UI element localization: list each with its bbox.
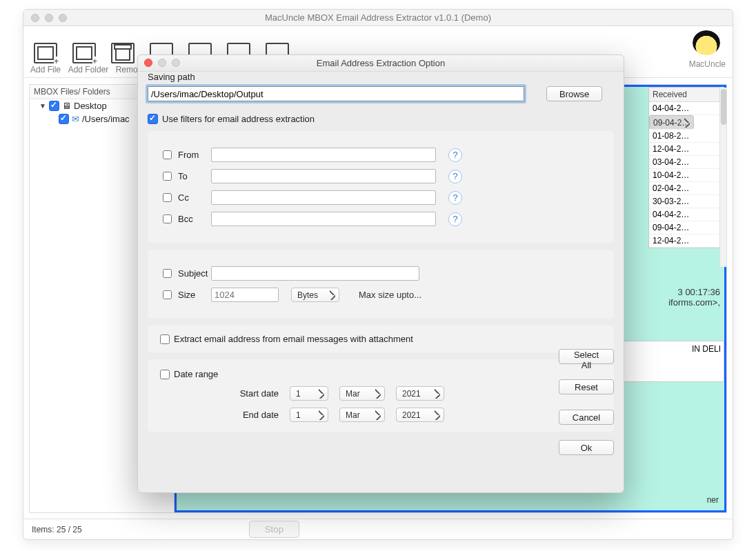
date-range-checkbox[interactable]	[160, 370, 170, 379]
size-input[interactable]	[211, 288, 279, 302]
date-cell[interactable]: 04-04-2…	[649, 208, 719, 221]
date-range-group: Date range Start date 1 Mar 2021 End dat…	[148, 359, 614, 432]
bcc-checkbox[interactable]	[163, 214, 172, 223]
subject-checkbox[interactable]	[163, 269, 172, 278]
start-date-label: Start date	[229, 388, 279, 399]
mail-icon: ✉	[72, 114, 79, 124]
date-cell[interactable]: 30-03-2…	[649, 195, 719, 208]
use-filters-label: Use filters for email address extraction	[162, 114, 315, 124]
tree-root-label: Desktop	[74, 101, 107, 111]
attachment-group: Extract email address from email message…	[148, 325, 614, 352]
help-icon[interactable]: ?	[448, 212, 462, 226]
tree-root-checkbox[interactable]	[49, 101, 59, 111]
saving-path-label: Saving path	[148, 72, 614, 82]
start-month-select[interactable]: Mar	[339, 386, 385, 401]
saving-path-input[interactable]	[148, 86, 524, 101]
from-checkbox[interactable]	[163, 150, 172, 159]
add-file-button[interactable]	[26, 40, 65, 63]
scrollbar-thumb[interactable]	[721, 89, 726, 125]
extraction-options-dialog: Email Address Extraction Option Saving p…	[137, 54, 624, 493]
tree-child-checkbox[interactable]	[59, 114, 69, 124]
dialog-titlebar: Email Address Extraction Option	[138, 55, 624, 72]
max-size-label: Max size upto...	[359, 290, 421, 300]
to-checkbox[interactable]	[163, 172, 172, 181]
received-column: Received 04-04-2… 09-04-2… 01-08-2… 12-0…	[648, 87, 720, 248]
titlebar: MacUncle MBOX Email Address Extractor v1…	[23, 10, 733, 26]
cc-label: Cc	[178, 192, 189, 203]
end-date-label: End date	[229, 410, 279, 420]
date-cell[interactable]: 12-04-2…	[649, 234, 719, 248]
add-folder-button[interactable]	[65, 40, 103, 63]
date-cell[interactable]: 04-04-2…	[649, 102, 719, 115]
stop-button[interactable]: Stop	[249, 521, 299, 538]
use-filters-checkbox[interactable]	[148, 114, 158, 124]
received-header[interactable]: Received	[649, 88, 719, 102]
date-cell[interactable]: 12-04-2…	[649, 143, 719, 156]
add-file-label: Add File	[26, 65, 65, 74]
monitor-icon: 🖥	[62, 101, 71, 111]
body-line: IN DELI	[617, 344, 721, 354]
brand-logo-icon	[693, 30, 720, 55]
file-add-icon	[34, 43, 57, 63]
ok-button[interactable]: Ok	[559, 440, 614, 455]
add-folder-label: Add Folder	[65, 65, 112, 74]
to-label: To	[178, 171, 188, 181]
from-label: From	[178, 150, 199, 160]
dialog-title: Email Address Extraction Option	[138, 55, 624, 71]
remove-button[interactable]	[103, 40, 142, 63]
bcc-input[interactable]	[211, 212, 436, 226]
cancel-button[interactable]: Cancel	[559, 410, 614, 425]
size-checkbox[interactable]	[163, 290, 172, 299]
attachment-checkbox[interactable]	[160, 334, 170, 344]
size-unit-value: Bytes	[297, 290, 318, 300]
help-icon[interactable]: ?	[448, 191, 462, 205]
help-icon[interactable]: ?	[448, 170, 462, 183]
date-cell[interactable]: 10-04-2…	[649, 169, 719, 182]
dialog-action-buttons: Select All Reset Cancel Ok	[559, 349, 614, 455]
help-icon[interactable]: ?	[448, 148, 462, 162]
chevron-down-icon[interactable]: ▼	[39, 102, 46, 110]
end-month-select[interactable]: Mar	[339, 408, 385, 422]
bcc-label: Bcc	[178, 214, 193, 224]
brand-label: MacUncle	[689, 59, 726, 69]
date-cell[interactable]: 09-04-2…	[649, 221, 719, 234]
subject-label: Subject	[178, 268, 208, 279]
size-label: Size	[178, 290, 195, 300]
start-year-select[interactable]: 2021	[396, 386, 444, 401]
date-cell[interactable]: 09-04-2…	[649, 115, 694, 130]
trash-icon	[111, 43, 135, 63]
browse-button[interactable]: Browse	[546, 86, 602, 101]
start-day-select[interactable]: 1	[290, 386, 328, 401]
reset-button[interactable]: Reset	[559, 379, 614, 394]
subject-size-group: Subject Size Bytes Max size upto...	[148, 250, 614, 319]
cc-input[interactable]	[211, 190, 436, 205]
from-input[interactable]	[211, 148, 436, 162]
footer-fragment: ner	[707, 495, 719, 505]
to-input[interactable]	[211, 169, 436, 183]
end-day-select[interactable]: 1	[290, 408, 328, 422]
items-count: Items: 25 / 25	[32, 525, 82, 534]
scrollbar[interactable]	[719, 88, 726, 267]
subject-input[interactable]	[211, 266, 419, 281]
field-filters-group: From ? To ? Cc ? Bcc ?	[148, 131, 614, 243]
body-preview: IN DELI	[614, 341, 724, 382]
attachment-label: Extract email address from email message…	[174, 334, 413, 344]
window-title: MacUncle MBOX Email Address Extractor v1…	[23, 12, 733, 23]
size-unit-select[interactable]: Bytes	[291, 288, 339, 302]
statusbar: Items: 25 / 25 Stop	[23, 519, 733, 539]
end-year-select[interactable]: 2021	[396, 408, 444, 422]
date-cell[interactable]: 03-04-2…	[649, 156, 719, 169]
tree-child-label: /Users/imac	[82, 114, 130, 124]
date-cell[interactable]: 01-08-2…	[649, 130, 719, 143]
select-all-button[interactable]: Select All	[559, 349, 614, 364]
date-range-label: Date range	[174, 369, 218, 379]
folder-add-icon	[72, 43, 96, 63]
cc-checkbox[interactable]	[163, 193, 172, 202]
date-cell[interactable]: 02-04-2…	[649, 182, 719, 195]
